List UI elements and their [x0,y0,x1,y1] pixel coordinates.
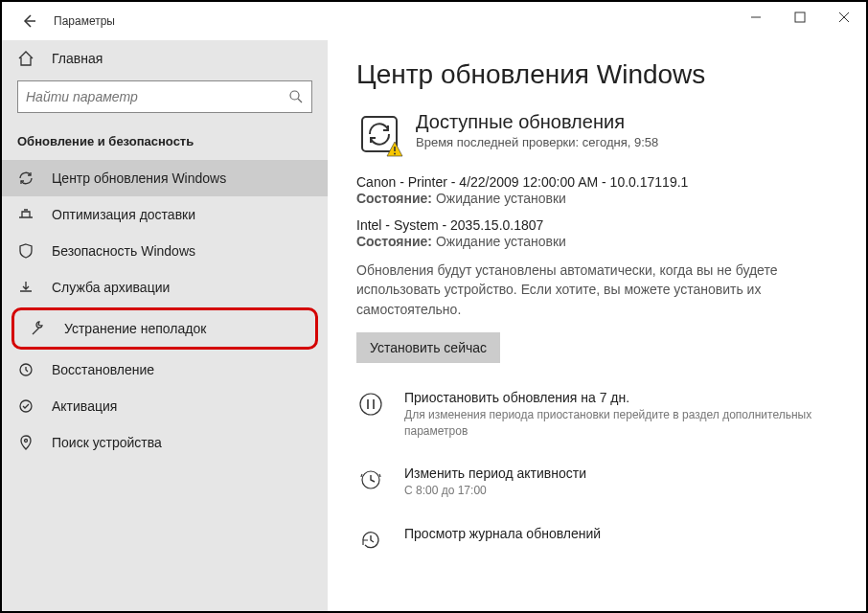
search-icon [288,89,304,104]
page-title: Центр обновления Windows [356,59,837,90]
action-headline: Приостановить обновления на 7 дн. [404,390,837,405]
maximize-button[interactable] [778,2,822,33]
close-button[interactable] [822,2,866,33]
svg-point-8 [25,440,28,443]
nav-label: Поиск устройства [52,435,162,450]
window-controls [734,2,866,33]
svg-rect-1 [795,12,805,22]
nav-label: Служба архивации [52,280,170,295]
action-sub: Для изменения периода приостановки перей… [404,407,837,440]
action-sub: С 8:00 до 17:00 [404,483,586,499]
updates-header: Доступные обновления Время последней про… [356,111,837,157]
history-icon [356,526,385,555]
recovery-icon [17,361,34,378]
section-header: Обновление и безопасность [2,126,328,160]
home-label: Главная [52,51,103,66]
home-link[interactable]: Главная [2,40,328,77]
update-item: Intel - System - 2035.15.0.1807 Состояни… [356,217,837,249]
update-state: Состояние: Ожидание установки [356,234,837,249]
main-panel: Центр обновления Windows Доступные обнов… [328,40,866,611]
back-button[interactable] [11,4,46,38]
action-history[interactable]: Просмотр журнала обновлений [356,526,837,555]
nav-label: Активация [52,398,117,414]
action-pause[interactable]: Приостановить обновления на 7 дн. Для из… [356,390,837,440]
update-state: Состояние: Ожидание установки [356,191,837,206]
clock-icon [356,465,385,494]
nav-label: Восстановление [52,362,154,377]
update-name: Intel - System - 2035.15.0.1807 [356,217,837,233]
nav-item-recovery[interactable]: Восстановление [2,352,328,388]
nav-label: Центр обновления Windows [52,170,226,186]
svg-point-7 [20,400,32,412]
sidebar: Главная Обновление и безопасность Центр … [2,40,328,611]
minimize-icon [750,11,762,23]
svg-line-5 [298,99,302,102]
action-active-hours[interactable]: Изменить период активности С 8:00 до 17:… [356,465,837,499]
location-icon [17,434,34,451]
pause-icon [356,390,385,419]
home-icon [17,50,34,67]
nav-item-activation[interactable]: Активация [2,388,328,424]
svg-point-12 [360,394,381,415]
sync-icon [17,170,34,187]
install-now-button[interactable]: Установить сейчас [356,332,500,363]
last-check: Время последней проверки: сегодня, 9:58 [416,135,658,149]
activation-icon [17,397,34,415]
highlight-annotation: Устранение неполадок [11,307,318,350]
titlebar: Параметры [2,2,866,40]
wrench-icon [30,320,47,337]
nav-item-backup[interactable]: Служба архивации [2,269,328,306]
nav-item-windows-update[interactable]: Центр обновления Windows [2,160,328,196]
action-headline: Изменить период активности [404,465,586,481]
action-headline: Просмотр журнала обновлений [404,526,601,541]
svg-point-11 [394,153,396,155]
maximize-icon [794,11,806,23]
updates-headline: Доступные обновления [416,111,658,133]
auto-install-note: Обновления будут установлены автоматичес… [356,261,837,319]
nav-item-windows-security[interactable]: Безопасность Windows [2,233,328,269]
update-item: Canon - Printer - 4/22/2009 12:00:00 AM … [356,174,837,206]
settings-window: Параметры Главная Обновление и безопасно… [0,0,868,613]
backup-icon [17,279,34,296]
nav-item-troubleshoot[interactable]: Устранение неполадок [14,310,315,347]
nav-item-delivery-optimization[interactable]: Оптимизация доставки [2,196,328,233]
nav-item-find-my-device[interactable]: Поиск устройства [2,424,328,461]
window-title: Параметры [54,14,115,28]
arrow-left-icon [21,13,36,29]
nav-label: Оптимизация доставки [52,207,195,222]
search-input[interactable] [26,89,288,104]
nav-label: Безопасность Windows [52,243,195,259]
warning-badge-icon [385,140,404,159]
shield-icon [17,242,34,260]
search-box[interactable] [17,80,312,113]
nav-label: Устранение неполадок [64,321,206,336]
update-status-icon [356,111,402,157]
delivery-icon [17,206,34,223]
update-name: Canon - Printer - 4/22/2009 12:00:00 AM … [356,174,837,190]
minimize-button[interactable] [734,2,778,33]
svg-point-4 [290,91,299,100]
close-icon [838,11,850,23]
